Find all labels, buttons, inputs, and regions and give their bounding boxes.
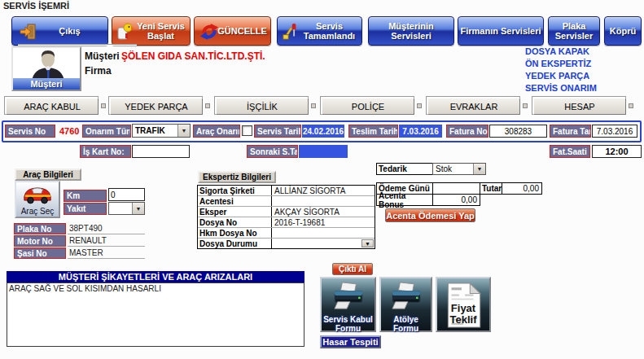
tab-spacer-icon bbox=[311, 103, 316, 108]
supply-label: Tedarik bbox=[376, 163, 433, 175]
file-no-value[interactable]: 2016-T-19681 bbox=[272, 217, 375, 227]
link-on-ekspertiz[interactable]: ÖN EKSPERTİZ bbox=[525, 58, 597, 70]
km-label: Km bbox=[64, 190, 107, 202]
service-completed-button[interactable]: Servis Tamamlandı bbox=[277, 16, 362, 46]
agency-payment-button[interactable]: Acenta Ödemesi Yap bbox=[385, 208, 475, 222]
delivery-date-value[interactable]: 7.03.2016 bbox=[399, 125, 442, 138]
expertise-info-header: Ekspertiz Bilgileri bbox=[198, 171, 276, 183]
plate-no-label: Plaka No bbox=[14, 223, 66, 234]
quick-links: DOSYA KAPAK ÖN EKSPERTİZ YEDEK PARÇA SER… bbox=[525, 46, 597, 94]
payment-day-value[interactable] bbox=[432, 182, 480, 195]
tab-arac-kabul[interactable]: ARAÇ KABUL bbox=[4, 96, 99, 115]
tab-iscilik[interactable]: İŞÇİLİK bbox=[214, 96, 309, 115]
amount-label: Tutarı bbox=[480, 182, 502, 195]
tab-evraklar-label: EVRAKLAR bbox=[427, 98, 520, 115]
table-row: Sigorta Şirketi ALLİANZ SİGORTA bbox=[198, 186, 375, 196]
file-no-label: Dosya No bbox=[198, 217, 272, 227]
update-button[interactable]: GÜNCELLE bbox=[194, 16, 271, 46]
km-input[interactable]: 0 bbox=[108, 188, 145, 201]
link-servis-onarim[interactable]: SERVİS ONARIM bbox=[525, 82, 597, 94]
delivery-date-label: Teslim Tarihi bbox=[348, 125, 398, 138]
print-button[interactable]: Çıktı Al bbox=[332, 263, 373, 275]
tab-hesap[interactable]: HESAP bbox=[532, 96, 626, 115]
bridge-button[interactable]: Köprü bbox=[604, 16, 642, 46]
service-no-label: Servis No bbox=[5, 125, 55, 138]
link-dosya-kapak[interactable]: DOSYA KAPAK bbox=[525, 46, 597, 58]
service-date-label: Servis Tarihi bbox=[254, 125, 301, 138]
chassis-no-value: MASTER bbox=[68, 247, 145, 259]
service-no-value: 4760 bbox=[59, 126, 79, 136]
tab-yedek-parca-label: YEDEK PARÇA bbox=[110, 98, 203, 115]
agency-bonus-value[interactable]: 0,00 bbox=[432, 194, 480, 206]
hkm-file-no-value[interactable] bbox=[272, 228, 375, 238]
company-services-button-label: Firmanın Servisleri bbox=[460, 26, 541, 36]
invoice-time-label: Fat.Saati bbox=[550, 145, 590, 158]
amount-value[interactable]: 0,00 bbox=[502, 182, 542, 195]
supply-select[interactable]: Stok ▼ bbox=[432, 163, 486, 175]
job-card-no-input[interactable] bbox=[132, 145, 190, 158]
tab-police[interactable]: POLİÇE bbox=[320, 96, 414, 115]
tab-police-label: POLİÇE bbox=[322, 98, 414, 115]
damage-detection-button[interactable]: Hasar Tespiti bbox=[320, 335, 381, 348]
customer-button-label: Müşteri bbox=[13, 78, 80, 90]
expert-value[interactable]: AKÇAY SİGORTA bbox=[272, 207, 375, 217]
tab-yedek-parca[interactable]: YEDEK PARÇA bbox=[108, 96, 203, 115]
expertise-table: Sigorta Şirketi ALLİANZ SİGORTA Acentesi… bbox=[197, 185, 375, 249]
file-status-select[interactable]: ▼ bbox=[272, 239, 375, 248]
tab-spacer-icon bbox=[101, 103, 106, 108]
select-vehicle-button-label: Araç Seç bbox=[21, 207, 55, 216]
workshop-form-button[interactable]: Atölye Formu bbox=[379, 277, 432, 332]
supply-value: Stok bbox=[433, 164, 473, 173]
new-service-button[interactable]: Yeni Servis Başlat bbox=[112, 16, 191, 46]
refresh-icon bbox=[200, 23, 218, 41]
vehicle-repair-checkbox[interactable] bbox=[242, 125, 252, 136]
next-service-date-value[interactable] bbox=[299, 145, 348, 158]
select-vehicle-button[interactable]: Araç Seç bbox=[15, 181, 60, 218]
link-yedek-parca[interactable]: YEDEK PARÇA bbox=[525, 70, 597, 82]
price-quote-button[interactable]: Fiyat Teklif bbox=[436, 277, 491, 332]
service-acceptance-form-button[interactable]: Servis Kabul Formu bbox=[320, 277, 376, 332]
repair-type-label: Onarım Türü bbox=[82, 125, 131, 138]
repair-type-value: TRAFİK bbox=[133, 126, 177, 135]
invoice-date-label: Fatura Tar. bbox=[550, 125, 591, 138]
invoice-no-input[interactable]: 308283 bbox=[489, 125, 547, 138]
tab-spacer-icon bbox=[523, 103, 528, 108]
exit-button[interactable]: Çıkış bbox=[11, 16, 108, 46]
plate-no-value: 38PT490 bbox=[68, 223, 145, 234]
firm-label: Firma bbox=[85, 65, 112, 77]
file-status-label: Dosya Durumu bbox=[198, 239, 272, 248]
invoice-time-input[interactable]: 12:00 bbox=[592, 145, 642, 158]
service-date-value[interactable]: 24.02.2016 bbox=[302, 125, 344, 138]
invoice-date-input[interactable]: 7.03.2016 bbox=[592, 125, 637, 138]
car-icon bbox=[22, 184, 53, 206]
table-row: Hkm Dosya No bbox=[198, 228, 375, 239]
printer-icon bbox=[331, 281, 366, 315]
table-row: Dosya No 2016-T-19681 bbox=[198, 217, 375, 228]
service-acceptance-form-label: Servis Kabul Formu bbox=[322, 315, 375, 333]
plate-services-button[interactable]: Plaka Servisler bbox=[548, 16, 600, 46]
chevron-down-icon: ▼ bbox=[473, 164, 485, 174]
company-services-button[interactable]: Firmanın Servisleri bbox=[458, 16, 544, 46]
tab-iscilik-label: İŞÇİLİK bbox=[216, 98, 309, 115]
complaints-textarea[interactable]: ARAÇ SAĞ VE SOL KISIMDAN HASARLI bbox=[7, 282, 304, 347]
fuel-label: Yakıt bbox=[64, 203, 107, 215]
customer-select-button[interactable]: Müşteri bbox=[11, 46, 81, 91]
engine-no-label: Motor No bbox=[14, 235, 66, 247]
insurance-company-value[interactable]: ALLİANZ SİGORTA bbox=[272, 186, 375, 195]
bridge-button-label: Köprü bbox=[607, 26, 639, 36]
tools-icon bbox=[282, 23, 300, 41]
repair-type-select[interactable]: TRAFİK ▼ bbox=[132, 124, 191, 138]
job-card-no-label: İş Kart No: bbox=[80, 145, 131, 158]
customer-company-name: ŞÖLEN GIDA SAN.TİC.LTD.ŞTİ. bbox=[121, 50, 265, 62]
vehicle-repair-label: Araç Onarım bbox=[193, 125, 240, 138]
fuel-select[interactable]: ▼ bbox=[108, 202, 145, 215]
agency-value[interactable] bbox=[272, 196, 375, 206]
customer-services-button-label: Müşterinin Servisleri bbox=[370, 21, 452, 41]
customer-services-button[interactable]: Müşterinin Servisleri bbox=[368, 16, 454, 46]
tab-arac-kabul-label: ARAÇ KABUL bbox=[6, 98, 99, 115]
agency-label: Acentesi bbox=[198, 196, 272, 206]
chassis-no-label: Şasi No bbox=[14, 247, 66, 259]
tab-evraklar[interactable]: EVRAKLAR bbox=[426, 96, 520, 115]
table-row: Acentesi bbox=[198, 196, 375, 207]
engine-no-value: RENAULT bbox=[68, 235, 145, 247]
